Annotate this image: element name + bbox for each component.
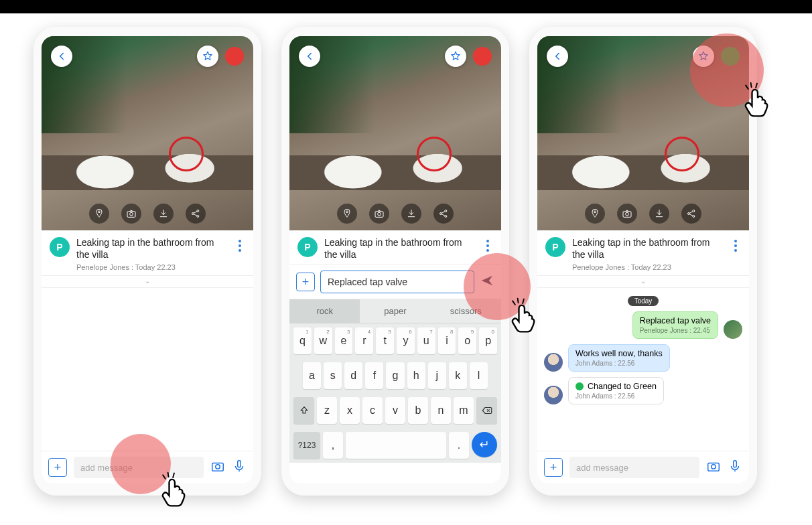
key-v[interactable]: v — [385, 397, 405, 424]
compose-input[interactable] — [320, 271, 474, 293]
key-b[interactable]: b — [408, 397, 428, 424]
download-button[interactable] — [153, 204, 174, 224]
messages-list: Today Replaced tap valve Penelope Jones … — [537, 288, 749, 451]
status-indicator-red[interactable] — [225, 47, 244, 66]
key-a[interactable]: a — [303, 362, 321, 389]
back-button[interactable] — [51, 46, 72, 67]
status-indicator-red[interactable] — [473, 47, 492, 66]
key-l[interactable]: l — [470, 362, 488, 389]
key-e[interactable]: e3 — [335, 327, 353, 354]
message-input-bar: + — [42, 451, 253, 483]
key-d[interactable]: d — [344, 362, 362, 389]
message-input[interactable] — [569, 457, 699, 478]
key-w[interactable]: w2 — [314, 327, 332, 354]
back-button[interactable] — [547, 46, 568, 67]
task-menu-button[interactable] — [730, 237, 741, 271]
share-button[interactable] — [681, 204, 701, 224]
key-i[interactable]: i8 — [438, 327, 456, 354]
add-attachment-button[interactable]: + — [48, 458, 67, 477]
key-c[interactable]: c — [362, 397, 383, 424]
mic-icon — [728, 459, 742, 473]
svg-point-12 — [346, 211, 348, 213]
share-button[interactable] — [186, 204, 206, 224]
key-symbols[interactable]: ?123 — [293, 432, 320, 459]
back-button[interactable] — [299, 46, 320, 67]
key-x[interactable]: x — [340, 397, 360, 424]
send-icon — [480, 273, 494, 288]
camera-input-button[interactable] — [706, 459, 721, 476]
photo-annotation-circle — [169, 137, 204, 171]
key-shift[interactable] — [293, 397, 314, 424]
key-enter[interactable] — [472, 432, 497, 457]
location-button[interactable] — [337, 204, 357, 224]
task-photo[interactable] — [289, 36, 501, 230]
key-h[interactable]: h — [407, 362, 425, 389]
task-title: Leaking tap in the bathroom from the vil… — [76, 237, 228, 260]
avatar[interactable] — [544, 386, 563, 404]
location-button[interactable] — [89, 204, 109, 224]
suggestion-2[interactable]: paper — [360, 299, 430, 323]
suggestion-3[interactable]: scissors — [431, 299, 501, 323]
key-y[interactable]: y6 — [397, 327, 415, 354]
svg-point-14 — [378, 212, 381, 216]
expand-chevron[interactable]: ⌄ — [42, 276, 253, 288]
enter-icon — [478, 439, 490, 451]
key-z[interactable]: z — [317, 397, 337, 424]
message-bubble[interactable]: Replaced tap valve Penelope Jones : 22.4… — [632, 311, 718, 339]
key-period[interactable]: . — [449, 432, 469, 459]
share-button[interactable] — [433, 204, 454, 224]
camera-icon — [210, 459, 225, 473]
key-o[interactable]: o9 — [458, 327, 476, 354]
avatar[interactable] — [724, 320, 742, 339]
task-menu-button[interactable] — [482, 237, 493, 260]
favorite-button[interactable] — [445, 46, 466, 67]
message-row: Works well now, thanks John Adams : 22.5… — [544, 344, 742, 372]
author-avatar[interactable]: P — [297, 237, 318, 257]
message-bubble[interactable]: Changed to Green John Adams : 22.56 — [568, 377, 664, 404]
svg-point-2 — [130, 212, 133, 216]
key-q[interactable]: q1 — [293, 327, 312, 354]
key-f[interactable]: f — [365, 362, 383, 389]
key-r[interactable]: r4 — [355, 327, 373, 354]
key-k[interactable]: k — [449, 362, 467, 389]
key-u[interactable]: u7 — [417, 327, 435, 354]
task-photo[interactable] — [537, 36, 749, 230]
author-avatar[interactable]: P — [50, 237, 70, 257]
key-t[interactable]: t5 — [376, 327, 394, 354]
camera-input-button[interactable] — [210, 459, 225, 476]
key-s[interactable]: s — [324, 362, 342, 389]
download-button[interactable] — [649, 204, 669, 224]
key-m[interactable]: m — [454, 397, 474, 424]
author-avatar[interactable]: P — [545, 237, 565, 257]
key-comma[interactable]: , — [323, 432, 343, 459]
add-attachment-button[interactable]: + — [544, 458, 563, 477]
message-input[interactable] — [74, 457, 204, 478]
voice-input-button[interactable] — [232, 459, 247, 476]
camera-button[interactable] — [121, 204, 141, 224]
key-g[interactable]: g — [386, 362, 404, 389]
camera-button[interactable] — [369, 204, 389, 224]
favorite-button[interactable] — [693, 46, 714, 67]
send-button[interactable] — [480, 273, 494, 291]
task-title-card: P Leaking tap in the bathroom from the v… — [537, 230, 749, 276]
download-button[interactable] — [401, 204, 421, 224]
add-attachment-button[interactable]: + — [296, 273, 315, 291]
message-bubble[interactable]: Works well now, thanks John Adams : 22.5… — [568, 344, 670, 372]
key-n[interactable]: n — [431, 397, 451, 424]
location-button[interactable] — [585, 204, 605, 224]
voice-input-button[interactable] — [728, 459, 742, 476]
avatar[interactable] — [544, 353, 563, 372]
svg-line-31 — [751, 83, 752, 88]
suggestion-1[interactable]: rock — [289, 299, 360, 323]
key-j[interactable]: j — [428, 362, 446, 389]
key-backspace[interactable] — [476, 397, 497, 424]
key-space[interactable] — [346, 432, 446, 459]
task-menu-button[interactable] — [234, 237, 245, 271]
camera-button[interactable] — [617, 204, 637, 224]
download-icon — [406, 208, 417, 219]
status-indicator-green[interactable] — [721, 47, 740, 66]
favorite-button[interactable] — [197, 46, 218, 67]
expand-chevron[interactable]: ⌄ — [537, 276, 749, 288]
task-photo[interactable] — [42, 36, 253, 230]
key-p[interactable]: p0 — [479, 327, 497, 354]
